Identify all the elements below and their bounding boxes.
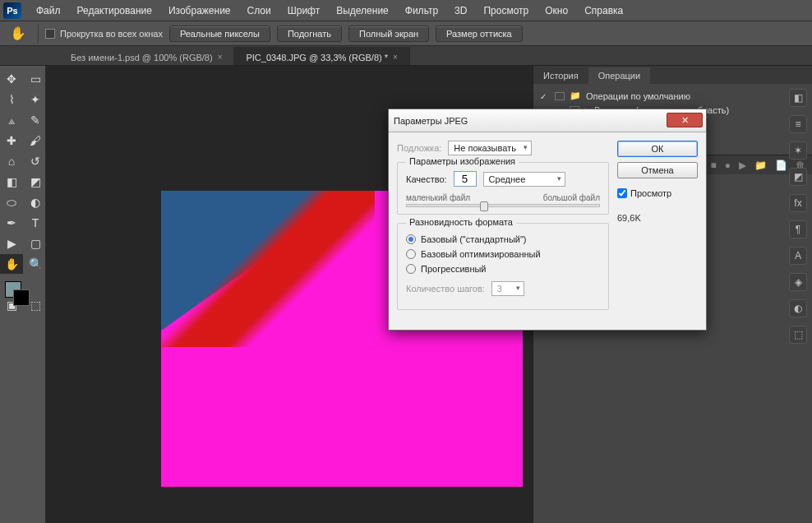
cancel-button[interactable]: Отмена	[617, 162, 698, 178]
lasso-tool[interactable]: ⌇	[0, 90, 23, 109]
eraser-tool[interactable]: ◧	[0, 172, 23, 192]
background-swatch[interactable]	[13, 289, 30, 306]
history-brush-tool[interactable]: ↺	[24, 151, 47, 171]
shape-tool[interactable]: ▢	[24, 234, 47, 253]
panel-icon[interactable]: ◐	[789, 299, 807, 317]
menu-layers[interactable]: Слои	[239, 2, 279, 20]
menu-view[interactable]: Просмотр	[475, 2, 537, 20]
scroll-all-checkbox[interactable]: Прокрутка во всех окнах	[45, 29, 163, 39]
quality-input[interactable]	[454, 171, 477, 187]
steps-label: Количество шагов:	[406, 284, 485, 294]
panel-icon[interactable]: A	[789, 247, 807, 265]
menu-3d[interactable]: 3D	[446, 2, 475, 20]
menu-file[interactable]: Файл	[28, 2, 69, 20]
slider-thumb[interactable]	[480, 201, 488, 211]
checkbox-icon	[45, 29, 55, 39]
radio-label: Прогрессивный	[421, 264, 487, 274]
matte-label: Подложка:	[397, 143, 441, 153]
panel-icon[interactable]: ✶	[789, 141, 807, 160]
menu-select[interactable]: Выделение	[328, 2, 397, 20]
panel-icon[interactable]: ◩	[789, 168, 807, 186]
path-tool[interactable]: ▶	[0, 234, 23, 253]
fit-screen-button[interactable]: Подогнать	[277, 25, 342, 42]
zoom-tool[interactable]: 🔍	[24, 254, 47, 274]
radio-icon	[406, 249, 416, 259]
format-progressive-radio[interactable]: Прогрессивный	[406, 262, 600, 276]
dialog-titlebar[interactable]: Параметры JPEG ✕	[389, 109, 706, 132]
print-size-button[interactable]: Размер оттиска	[436, 25, 523, 42]
checkbox-icon[interactable]	[617, 188, 627, 198]
menu-type[interactable]: Шрифт	[279, 2, 328, 20]
group-legend: Параметры изображения	[406, 156, 519, 166]
wand-tool[interactable]: ✦	[24, 90, 47, 109]
format-optimized-radio[interactable]: Базовый оптимизированный	[406, 247, 600, 262]
radio-icon	[406, 264, 416, 274]
panel-icon[interactable]: ◧	[789, 89, 807, 107]
crop-tool[interactable]: ⟁	[0, 110, 23, 130]
hand-tool-icon: ✋	[5, 25, 31, 41]
doc-tab-label: PIC_0348.JPG @ 33,3% (RGB/8) *	[246, 53, 388, 62]
quality-preset-dropdown[interactable]: Среднее	[483, 172, 565, 187]
menu-bar: Ps Файл Редактирование Изображение Слои …	[0, 0, 812, 21]
move-tool[interactable]: ✥	[0, 69, 23, 89]
brush-tool[interactable]: 🖌	[24, 131, 47, 150]
doc-tab-label: Без имени-1.psd @ 100% (RGB/8)	[71, 53, 213, 62]
document-tab[interactable]: PIC_0348.JPG @ 33,3% (RGB/8) * ×	[234, 47, 409, 65]
hand-tool[interactable]: ✋	[0, 254, 23, 274]
menu-filter[interactable]: Фильтр	[397, 2, 446, 20]
menu-image[interactable]: Изображение	[160, 2, 239, 20]
preview-checkbox[interactable]: Просмотр	[617, 188, 698, 198]
quality-slider[interactable]	[406, 204, 600, 207]
format-baseline-radio[interactable]: Базовый ("стандартный")	[406, 232, 600, 247]
heal-tool[interactable]: ✚	[0, 131, 23, 150]
marquee-tool[interactable]: ▭	[24, 69, 47, 89]
panel-icon[interactable]: ⬚	[789, 326, 807, 344]
menu-help[interactable]: Справка	[576, 2, 631, 20]
play-icon[interactable]: ▶	[739, 160, 746, 171]
menu-window[interactable]: Окно	[537, 2, 576, 20]
ok-button[interactable]: ОК	[617, 141, 698, 157]
dialog-toggle-icon[interactable]	[555, 92, 565, 100]
slider-min-label: маленький файл	[406, 193, 470, 202]
type-tool[interactable]: T	[24, 213, 47, 233]
panel-tab-strip: История Операции	[533, 66, 812, 84]
stamp-tool[interactable]: ⌂	[0, 151, 23, 171]
pen-tool[interactable]: ✒	[0, 213, 23, 233]
blur-tool[interactable]: ⬭	[0, 192, 23, 212]
color-swatches[interactable]	[0, 280, 47, 309]
image-options-group: Параметры изображения Качество: Среднее …	[397, 162, 609, 215]
radio-label: Базовый ("стандартный")	[421, 234, 527, 244]
scroll-all-label: Прокрутка во всех окнах	[60, 29, 163, 39]
radio-icon	[406, 234, 416, 244]
menu-edit[interactable]: Редактирование	[69, 2, 160, 20]
options-bar: ✋ Прокрутка во всех окнах Реальные пиксе…	[0, 21, 812, 46]
jpeg-options-dialog: Параметры JPEG ✕ Подложка: Не показывать…	[388, 109, 707, 331]
new-set-icon[interactable]: 📁	[754, 160, 767, 171]
close-icon[interactable]: ×	[218, 53, 223, 62]
full-screen-button[interactable]: Полный экран	[348, 25, 429, 42]
quality-label: Качество:	[406, 174, 447, 184]
eyedropper-tool[interactable]: ✎	[24, 110, 47, 130]
panel-icon[interactable]: ¶	[789, 220, 807, 238]
check-icon: ✓	[540, 92, 550, 100]
image-content	[161, 191, 375, 347]
close-button[interactable]: ✕	[667, 113, 703, 127]
actual-pixels-button[interactable]: Реальные пикселы	[169, 25, 270, 42]
matte-dropdown[interactable]: Не показывать	[448, 141, 532, 155]
panel-icon[interactable]: ◈	[789, 273, 807, 291]
panel-icon[interactable]: ≡	[789, 115, 807, 133]
close-icon[interactable]: ×	[393, 53, 398, 62]
dodge-tool[interactable]: ◐	[24, 192, 47, 212]
stop-icon[interactable]: ■	[711, 160, 717, 171]
action-set-label: Операции по умолчанию	[586, 91, 690, 101]
document-tab[interactable]: Без имени-1.psd @ 100% (RGB/8) ×	[59, 47, 234, 65]
panel-icon[interactable]: fx	[789, 194, 807, 212]
tab-history[interactable]: История	[533, 67, 588, 84]
slider-max-label: большой файл	[543, 193, 600, 202]
record-icon[interactable]: ●	[725, 160, 731, 171]
tab-actions[interactable]: Операции	[588, 67, 650, 84]
gradient-tool[interactable]: ◩	[24, 172, 47, 192]
radio-label: Базовый оптимизированный	[421, 249, 541, 259]
format-options-group: Разновидность формата Базовый ("стандарт…	[397, 223, 609, 310]
action-set-row[interactable]: ✓ 📁 Операции по умолчанию	[540, 89, 805, 103]
